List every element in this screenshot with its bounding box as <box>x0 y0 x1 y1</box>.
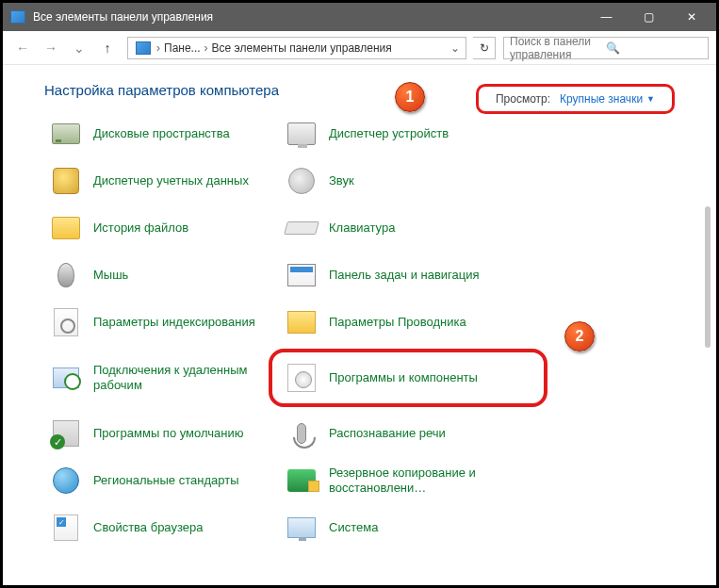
callout-badge-2: 2 <box>564 321 595 351</box>
up-button[interactable]: ↑ <box>95 36 120 60</box>
file-history-icon <box>50 212 82 244</box>
item-disk-spaces[interactable]: Дисковые пространства <box>50 115 267 153</box>
item-label: Региональные стандарты <box>93 473 238 488</box>
close-button[interactable]: ✕ <box>670 3 712 31</box>
callout-badge-1: 1 <box>395 82 425 112</box>
sound-icon <box>286 165 318 197</box>
browser-properties-icon <box>50 512 82 544</box>
indexing-icon <box>50 306 82 338</box>
explorer-options-icon <box>286 306 318 338</box>
item-system[interactable]: Система <box>286 509 531 547</box>
item-label: Система <box>329 520 378 535</box>
address-icon <box>136 41 151 55</box>
chevron-icon: › <box>203 41 210 55</box>
item-indexing-options[interactable]: Параметры индексирования <box>50 303 267 341</box>
item-taskbar-navigation[interactable]: Панель задач и навигация <box>286 256 531 294</box>
item-label: Свойства браузера <box>93 520 203 535</box>
breadcrumb-segment[interactable]: Все элементы панели управления <box>210 41 394 55</box>
item-label: Параметры Проводника <box>329 315 466 330</box>
back-button[interactable]: ← <box>10 36 35 60</box>
item-label: Подключения к удаленным рабочим <box>93 363 267 392</box>
item-region[interactable]: Региональные стандарты <box>50 462 267 499</box>
scrollbar-thumb[interactable] <box>705 206 711 348</box>
chevron-down-icon: ▼ <box>646 94 655 104</box>
programs-icon <box>286 362 318 394</box>
item-label: Клавиатура <box>329 220 395 236</box>
backup-icon <box>286 465 318 497</box>
breadcrumb-segment[interactable]: Пане... <box>162 41 203 55</box>
address-dropdown-icon[interactable]: ⌄ <box>449 41 462 55</box>
window-title: Все элементы панели управления <box>33 10 585 24</box>
item-label: Мышь <box>93 268 128 283</box>
item-label: Программы и компоненты <box>329 370 478 385</box>
remote-desktop-icon <box>50 362 82 394</box>
item-backup-restore[interactable]: Резервное копирование и восстановлени… <box>286 462 531 499</box>
search-placeholder: Поиск в панели управления <box>510 35 606 61</box>
nav-toolbar: ← → ⌄ ↑ › Пане... › Все элементы панели … <box>3 31 716 65</box>
item-programs-and-features[interactable]: Программы и компоненты <box>272 352 544 403</box>
item-remote-desktop[interactable]: Подключения к удаленным рабочим <box>50 351 267 405</box>
taskbar-icon <box>286 259 318 291</box>
credential-manager-icon <box>50 165 82 197</box>
item-mouse[interactable]: Мышь <box>50 256 267 294</box>
content-area: Дисковые пространства Диспетчер устройст… <box>3 109 716 573</box>
view-by-label: Просмотр: <box>496 92 550 106</box>
view-by-value[interactable]: Крупные значки ▼ <box>560 92 655 106</box>
maximize-button[interactable]: ▢ <box>628 3 670 31</box>
item-label: Звук <box>329 173 354 188</box>
refresh-button[interactable]: ↻ <box>473 37 496 59</box>
chevron-icon: › <box>155 41 162 55</box>
item-sound[interactable]: Звук <box>286 162 531 200</box>
search-icon: 🔍 <box>606 41 702 55</box>
search-input[interactable]: Поиск в панели управления 🔍 <box>503 37 709 59</box>
item-default-programs[interactable]: Программы по умолчанию <box>50 415 267 452</box>
item-speech-recognition[interactable]: Распознавание речи <box>286 415 531 452</box>
default-programs-icon <box>50 417 82 449</box>
item-label: История файлов <box>93 220 188 236</box>
system-icon <box>286 512 318 544</box>
item-browser-properties[interactable]: Свойства браузера <box>50 509 267 547</box>
item-label: Резервное копирование и восстановлени… <box>329 466 531 495</box>
forward-button[interactable]: → <box>39 36 63 60</box>
item-label: Дисковые пространства <box>93 126 230 141</box>
device-manager-icon <box>286 118 318 150</box>
item-label: Программы по умолчанию <box>93 426 243 441</box>
speech-icon <box>286 417 318 449</box>
item-label: Диспетчер учетных данных <box>93 173 249 188</box>
item-label: Распознавание речи <box>329 426 446 441</box>
item-label: Панель задач и навигация <box>329 268 480 283</box>
control-panel-icon <box>10 10 25 24</box>
item-label: Параметры индексирования <box>93 315 255 330</box>
item-explorer-options[interactable]: Параметры Проводника <box>286 303 531 341</box>
disk-spaces-icon <box>50 118 82 150</box>
mouse-icon <box>50 259 82 291</box>
titlebar: Все элементы панели управления — ▢ ✕ <box>3 3 716 31</box>
page-title: Настройка параметров компьютера <box>44 82 279 98</box>
keyboard-icon <box>286 212 318 244</box>
minimize-button[interactable]: — <box>585 3 628 31</box>
recent-dropdown[interactable]: ⌄ <box>67 36 91 60</box>
item-keyboard[interactable]: Клавиатура <box>286 209 531 247</box>
address-bar[interactable]: › Пане... › Все элементы панели управлен… <box>127 37 466 59</box>
region-icon <box>50 465 82 497</box>
item-device-manager[interactable]: Диспетчер устройств <box>286 115 531 153</box>
item-file-history[interactable]: История файлов <box>50 209 267 247</box>
item-label: Диспетчер устройств <box>329 126 449 141</box>
item-credential-manager[interactable]: Диспетчер учетных данных <box>50 162 267 200</box>
